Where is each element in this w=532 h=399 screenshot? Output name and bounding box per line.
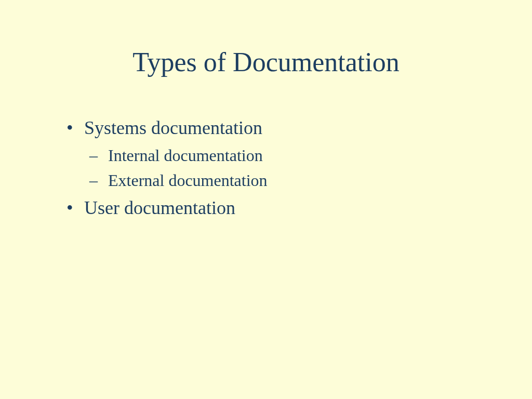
list-item: User documentation <box>62 194 470 222</box>
sub-bullet-text: External documentation <box>108 171 268 190</box>
sub-list: Internal documentation External document… <box>62 143 470 193</box>
bullet-text: User documentation <box>84 197 235 218</box>
bullet-text: Systems documentation <box>84 117 262 138</box>
slide-container: Types of Documentation Systems documenta… <box>0 0 532 399</box>
list-item: Systems documentation <box>62 114 470 142</box>
list-item: Internal documentation <box>62 143 470 168</box>
list-item: External documentation <box>62 168 470 193</box>
slide-title: Types of Documentation <box>62 47 470 77</box>
bullet-list: Systems documentation Internal documenta… <box>62 114 470 222</box>
sub-bullet-text: Internal documentation <box>108 146 263 165</box>
